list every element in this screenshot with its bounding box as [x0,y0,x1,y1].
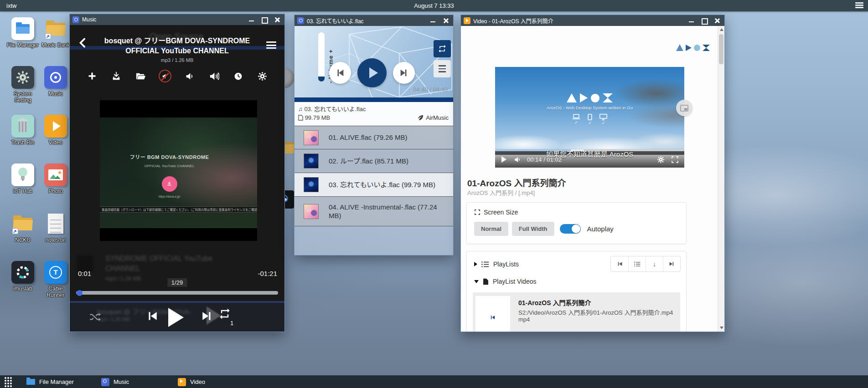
video-settings-icon[interactable] [657,156,665,163]
playlist-item-selected[interactable]: 03. 忘れてもいいよ.flac (99.79 MB) [294,173,453,196]
close-button[interactable] [441,17,450,24]
desktop-icon-ncku[interactable]: NCKU [6,212,39,261]
desktop-icon-system-setting[interactable]: System Setting [6,66,39,115]
playlist-video-item[interactable]: 01-ArozOS 入門系列簡介 S2:/Video/ArozOS 入門系列/0… [473,292,680,332]
scroll-up-icon[interactable] [720,28,723,31]
thumbnail-subtitle: OFFICIAL YouTube CHANNEL [100,164,239,168]
desktop-icon-photo[interactable]: Photo [39,163,72,212]
file-size: 99.79 MB [298,114,330,121]
queue-list-button[interactable] [628,256,646,271]
desktop-icon-music[interactable]: Music [39,66,72,115]
video-play-icon [44,115,67,138]
thumbnail-title: フリー BGM DOVA-SYNDROME [100,153,239,160]
repeat-icon[interactable] [218,307,231,320]
playlist-item-title: 03. 忘れてもいいよ.flac (99.79 MB) [329,180,435,189]
volume-high-icon[interactable] [208,70,220,82]
airmusic-badge[interactable]: AirMusic [417,114,449,121]
desktop-icon-grid: File Manager Music Bank System Setting M… [6,17,74,310]
flac-window-titlebar[interactable]: 03. 忘れてもいいよ.flac [294,15,453,26]
back-button[interactable] [77,37,89,49]
menu-icon[interactable] [266,41,276,51]
desktop-icon-video[interactable]: Video [39,115,72,163]
repeat-button[interactable] [434,40,451,57]
desktop-icon-trash-bin[interactable]: Trash Bin [6,115,39,163]
taskbar-item-file-manager[interactable]: File Manager [26,378,74,385]
video-subheading: ArozOS 入門系列 / [.mp4] [467,188,535,197]
desktop-icon-imuslab[interactable]: imuslab [6,261,39,310]
maximize-button[interactable] [700,17,709,24]
skip-start-button[interactable] [611,256,628,271]
play-button[interactable] [357,58,387,87]
desktop-icon-file-manager[interactable]: File Manager [6,17,39,66]
desktop-icon-label: imuslab [6,286,39,292]
next-track-button[interactable] [393,62,415,84]
playlist-menu-button[interactable] [434,60,451,77]
playlists-row[interactable]: PlayLists [474,260,519,268]
video-player[interactable]: ArozOS - Web Desktop System written in G… [495,67,684,155]
download-icon[interactable] [110,70,122,82]
taskbar-item-music[interactable]: Music [101,378,129,386]
mute-icon[interactable] [159,70,171,82]
video-app-icon [464,17,470,24]
seek-bar[interactable] [76,291,278,295]
picture-in-picture-button[interactable] [676,100,692,116]
scroll-down-icon[interactable] [720,327,723,329]
minimize-button[interactable] [429,17,438,24]
download-video-button[interactable]: ↓ [646,256,663,271]
close-button[interactable] [713,17,722,24]
play-icon[interactable] [501,156,506,163]
top-bar: ixtw August 7 13:33 [0,0,868,11]
settings-gear-icon[interactable] [256,70,268,82]
video-window-titlebar[interactable]: Video - 01-ArozOS 入門系列簡介 [461,15,724,26]
music-toolbar [86,69,268,83]
desktop-icon-music-bank[interactable]: Music Bank [39,17,72,66]
playlist-item[interactable]: 02. ループ.flac (85.71 MB) [294,149,453,173]
volume-slider[interactable] [318,32,325,82]
desktop-icon-notes-txt[interactable]: notes.txt [39,212,72,261]
volume-icon[interactable] [514,156,522,163]
full-width-button[interactable]: Full Width [512,222,554,236]
window-title: Video - 01-ArozOS 入門系列簡介 [473,17,683,25]
playlist-videos-row[interactable]: PlayList Videos [474,278,536,285]
playlist-item[interactable]: 01. ALIVE.flac (79.26 MB) [294,126,453,149]
autoplay-toggle[interactable] [560,224,581,234]
player-panel: - Volume + 04:40 / 04:40 [294,26,453,97]
music-window-titlebar[interactable]: Music [70,14,284,25]
video-thumbnail[interactable]: フリー BGM DOVA-SYNDROME OFFICIAL YouTube C… [100,100,257,241]
seek-knob[interactable] [77,290,83,296]
skip-end-button[interactable] [663,256,680,271]
open-folder-icon[interactable] [134,70,146,82]
playlist-item[interactable]: 04. ALIVE -Instrumental-.flac (77.24 MB) [294,196,453,226]
video-window-body: ArozOS - Web Desktop System written in G… [461,26,724,332]
maximize-button[interactable] [260,16,269,23]
previous-track-button[interactable] [329,62,351,84]
desktop-icon-iot-hub[interactable]: IoT Hub [6,163,39,212]
fullscreen-icon[interactable] [671,156,679,163]
playlist-item-title: 04. ALIVE -Instrumental-.flac (77.24 MB) [329,203,438,220]
flac-player-window: 03. 忘れてもいいよ.flac - Volume + [294,15,454,255]
minimize-button[interactable] [247,16,256,23]
blurred-list-text: mp3 / 1.26 MB [105,276,141,282]
track-meta: mp3 / 1.26 MB [70,57,284,63]
minimize-button[interactable] [687,17,696,24]
app-launcher-icon[interactable] [5,377,12,387]
elapsed-time: 0:01 [78,270,91,277]
gear-icon [11,66,34,89]
desktop-icon-cable-runner[interactable]: T Cable Runner [39,261,72,310]
sleep-timer-icon[interactable] [232,70,244,82]
track-progress-bar[interactable] [294,97,453,102]
toggle-knob [572,225,580,233]
close-button[interactable] [273,16,282,23]
hamburger-icon[interactable] [855,2,863,9]
add-icon[interactable] [86,70,98,82]
lightbulb-icon [11,163,34,186]
desktop-icon-label: System Setting [6,91,39,104]
album-art [304,153,319,168]
volume-low-icon[interactable] [184,70,196,82]
taskbar-item-video[interactable]: Video [178,378,205,386]
normal-button[interactable]: Normal [474,222,508,236]
scrollbar[interactable] [718,26,724,332]
logo-tagline: ArozOS - Web Desktop System written in G… [547,105,633,110]
scrollbar-thumb[interactable] [719,34,723,64]
music-window: Music Open Source SYNDROME OFFICIAL YouT… [69,14,285,332]
